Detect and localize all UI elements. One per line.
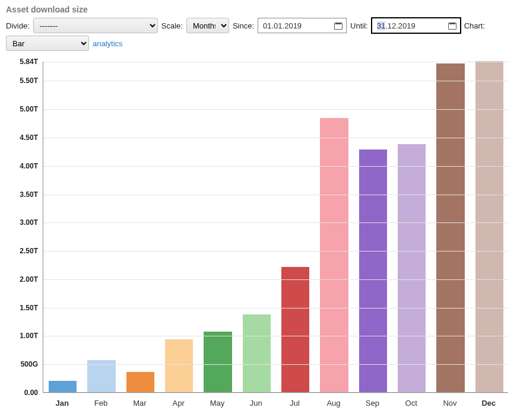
gridline: [43, 138, 508, 138]
bars-layer: [43, 62, 508, 392]
x-tick-label: Jul: [290, 399, 300, 408]
bar-dec[interactable]: [475, 61, 503, 392]
until-label: Until:: [350, 21, 368, 30]
x-tick-label: Mar: [133, 399, 146, 408]
chart-type-select[interactable]: Bar: [6, 36, 89, 51]
x-tick-label: May: [210, 399, 225, 408]
bar-mar[interactable]: [126, 372, 154, 392]
bar-chart: 0.00500G1.00T1.50T2.00T2.50T3.00T3.50T4.…: [6, 56, 514, 412]
gridline: [43, 195, 508, 195]
page-title: Asset download size: [6, 5, 514, 14]
y-tick-label: 1.00T: [20, 332, 38, 340]
y-tick-label: 5.84T: [20, 58, 38, 66]
bar-jun[interactable]: [243, 314, 271, 392]
y-tick-label: 500G: [21, 360, 38, 368]
y-tick-label: 1.50T: [20, 304, 38, 312]
gridline: [43, 222, 508, 223]
gridline: [43, 364, 508, 365]
x-tick-label: Oct: [405, 399, 417, 408]
since-date-value: 01.01.2019: [263, 21, 302, 30]
bar-aug[interactable]: [320, 118, 348, 392]
gridline: [43, 308, 508, 308]
divide-label: Divide:: [6, 21, 30, 30]
bar-sep[interactable]: [359, 149, 387, 392]
since-label: Since:: [233, 21, 254, 30]
x-tick-label: Dec: [481, 399, 496, 408]
bar-jan[interactable]: [49, 381, 77, 392]
divide-select[interactable]: -------: [33, 18, 158, 33]
gridline: [43, 109, 508, 110]
y-tick-label: 3.50T: [20, 190, 38, 199]
x-axis-labels: JanFebMarAprMayJunJulAugSepOctNovDec: [43, 395, 508, 412]
bar-nov[interactable]: [436, 63, 464, 392]
bar-jul[interactable]: [281, 267, 309, 392]
gridline: [43, 166, 508, 167]
until-date-value: 31.12.2019: [377, 21, 416, 30]
x-tick-label: Nov: [443, 399, 456, 408]
bar-oct[interactable]: [398, 144, 426, 393]
gridline: [43, 251, 508, 252]
gridline: [43, 336, 508, 336]
bar-apr[interactable]: [165, 339, 193, 392]
gridline: [43, 62, 508, 62]
since-date-input[interactable]: 01.01.2019: [258, 18, 347, 33]
gridline: [43, 393, 508, 393]
gridline: [43, 81, 508, 81]
calendar-icon: [334, 21, 343, 30]
scale-select[interactable]: Months: [186, 18, 229, 33]
y-tick-label: 3.00T: [20, 218, 38, 227]
y-tick-label: 5.00T: [20, 105, 38, 113]
y-tick-label: 0.00: [24, 389, 38, 397]
x-tick-label: Jun: [250, 399, 262, 408]
gridline: [43, 279, 508, 280]
controls-bar: Divide: ------- Scale: Months Since: 01.…: [6, 18, 514, 51]
bar-may[interactable]: [204, 332, 232, 392]
y-tick-label: 4.50T: [20, 133, 38, 142]
y-tick-label: 4.00T: [20, 162, 38, 170]
calendar-icon: [448, 21, 456, 30]
x-tick-label: Jan: [55, 399, 68, 408]
x-tick-label: Sep: [366, 399, 379, 408]
until-date-input[interactable]: 31.12.2019: [372, 18, 461, 33]
plot-area: [43, 62, 508, 393]
y-tick-label: 5.50T: [20, 77, 38, 85]
scale-label: Scale:: [161, 21, 183, 30]
y-tick-label: 2.00T: [20, 275, 38, 284]
x-tick-label: Aug: [326, 399, 340, 408]
chart-type-label: Chart:: [464, 21, 485, 30]
x-tick-label: Feb: [94, 399, 107, 408]
x-tick-label: Apr: [173, 399, 185, 408]
y-tick-label: 2.50T: [20, 247, 38, 255]
y-axis-labels: 0.00500G1.00T1.50T2.00T2.50T3.00T3.50T4.…: [6, 62, 40, 393]
analytics-link[interactable]: analytics: [93, 39, 123, 48]
